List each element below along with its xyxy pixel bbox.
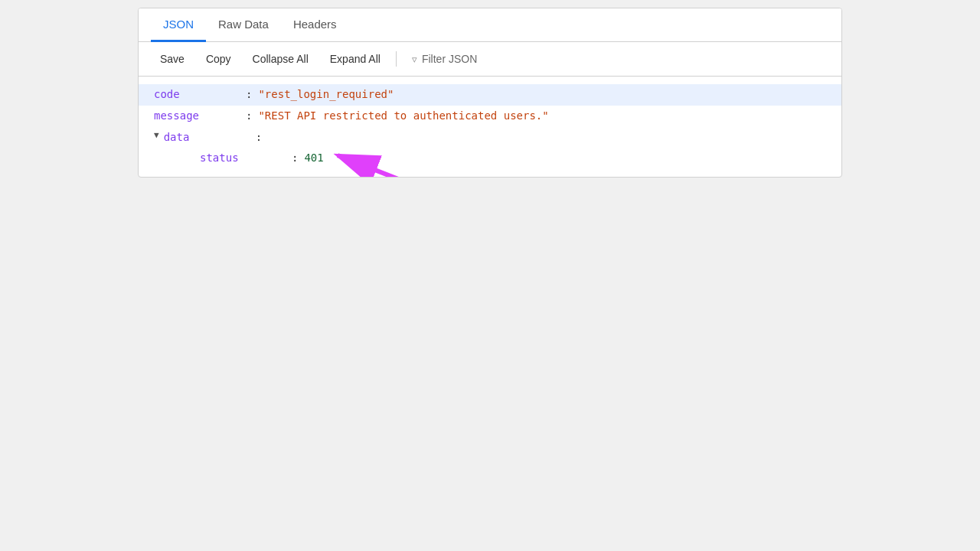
- main-panel: JSON Raw Data Headers Save Copy Collapse…: [138, 8, 842, 178]
- json-row-status: status : 401: [139, 148, 841, 169]
- status-key: status: [200, 149, 292, 168]
- tab-headers[interactable]: Headers: [281, 8, 349, 42]
- filter-icon: ▿: [412, 54, 417, 65]
- message-key: message: [154, 107, 246, 126]
- json-row-code: code : "rest_login_required": [139, 84, 841, 106]
- data-key: data: [164, 129, 256, 147]
- code-key: code: [154, 86, 246, 104]
- collapse-all-button[interactable]: Collapse All: [243, 48, 318, 70]
- annotation-container: status : 401: [139, 148, 841, 169]
- tab-json[interactable]: JSON: [151, 8, 206, 42]
- json-row-message: message : "REST API restricted to authen…: [139, 106, 841, 127]
- message-value: "REST API restricted to authenticated us…: [258, 107, 548, 126]
- code-value: "rest_login_required": [258, 86, 394, 104]
- copy-button[interactable]: Copy: [197, 48, 240, 70]
- json-viewer: code : "rest_login_required" message : "…: [139, 77, 841, 177]
- status-value: 401: [304, 149, 323, 168]
- collapse-icon[interactable]: ▼: [154, 129, 159, 143]
- json-row-data: ▼ data :: [139, 127, 841, 148]
- expand-all-button[interactable]: Expand All: [321, 48, 390, 70]
- toolbar: Save Copy Collapse All Expand All ▿ Filt…: [139, 42, 841, 77]
- toolbar-divider: [396, 51, 397, 67]
- filter-json-button[interactable]: ▿ Filter JSON: [403, 48, 486, 70]
- tab-raw-data[interactable]: Raw Data: [206, 8, 281, 42]
- save-button[interactable]: Save: [151, 48, 194, 70]
- tab-bar: JSON Raw Data Headers: [139, 8, 841, 42]
